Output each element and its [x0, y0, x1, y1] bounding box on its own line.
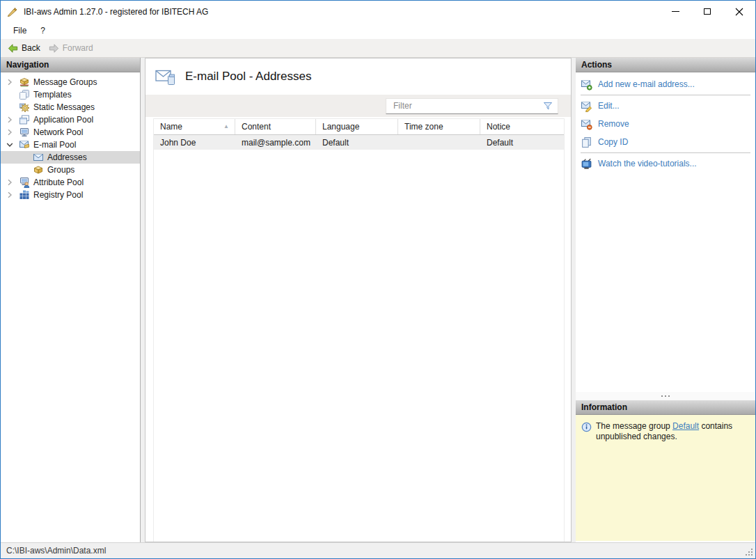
sort-ascending-icon: ▲	[223, 124, 229, 129]
table-cell: Default	[316, 138, 398, 148]
envelope-edit-icon	[581, 100, 592, 112]
sidebar-item-message-groups[interactable]: Message Groups	[1, 76, 140, 88]
close-button[interactable]	[723, 1, 755, 22]
package-icon	[33, 164, 44, 175]
sidebar-item-label: E-mail Pool	[33, 140, 76, 150]
table-cell: John Doe	[154, 138, 235, 148]
app-window: IBI-aws Admin 1.27.0 - registered for IB…	[0, 0, 756, 559]
content-panel: E-mail Pool - Addresses Name▲ContentLang…	[145, 58, 572, 542]
sidebar-item-label: Groups	[47, 165, 74, 175]
sidebar-item-addresses[interactable]: Addresses	[1, 151, 140, 164]
column-header-language[interactable]: Language	[316, 119, 398, 134]
panel-splitter[interactable]	[576, 392, 755, 400]
sidebar-item-static-messages[interactable]: Static Messages	[1, 101, 140, 113]
sidebar-item-label: Static Messages	[33, 102, 95, 112]
actions-header: Actions	[576, 58, 755, 72]
information-panel: The message group Default contains unpub…	[576, 415, 755, 541]
sidebar-item-label: Addresses	[47, 152, 87, 162]
chevron-right-icon[interactable]	[6, 116, 19, 123]
message-group-link[interactable]: Default	[672, 421, 699, 431]
action-label: Watch the video-tutorials...	[598, 159, 697, 168]
table-cell: mail@sample.com	[235, 138, 316, 148]
column-header-time-zone[interactable]: Time zone	[398, 119, 480, 134]
main-area: Navigation Message GroupsTemplatesStatic…	[1, 58, 755, 542]
maximize-icon	[704, 8, 711, 15]
filter-box	[386, 98, 558, 114]
back-button[interactable]: Back	[4, 41, 45, 56]
status-bar: C:\IBI-aws\Admin\Data.xml	[1, 542, 755, 558]
minimize-button[interactable]	[659, 1, 691, 22]
attribute-pool-icon	[19, 177, 30, 188]
sidebar-item-registry-pool[interactable]: Registry Pool	[1, 189, 140, 201]
action-label: Edit...	[598, 101, 620, 111]
back-label: Back	[22, 43, 40, 53]
navigation-header: Navigation	[1, 58, 140, 72]
sidebar-item-label: Attribute Pool	[33, 178, 84, 187]
chevron-down-icon[interactable]	[6, 141, 19, 148]
action-remove[interactable]: Remove	[576, 115, 755, 133]
chevron-right-icon[interactable]	[6, 179, 19, 186]
forward-arrow-icon	[48, 42, 60, 54]
envelope-remove-icon	[581, 118, 592, 130]
actions-list: Add new e-mail address...Edit...RemoveCo…	[576, 72, 755, 392]
forward-label: Forward	[63, 43, 93, 53]
application-pool-icon	[19, 114, 30, 125]
sidebar-item-e-mail-pool[interactable]: E-mail Pool	[1, 139, 140, 151]
menu-help[interactable]: ?	[33, 24, 52, 38]
copy-icon	[581, 136, 592, 148]
back-arrow-icon	[7, 42, 19, 54]
chevron-right-icon[interactable]	[6, 191, 19, 198]
chevron-right-icon[interactable]	[6, 129, 19, 136]
info-text-before: The message group	[596, 421, 672, 431]
window-title: IBI-aws Admin 1.27.0 - registered for IB…	[24, 7, 208, 17]
menu-file[interactable]: File	[6, 24, 33, 38]
column-header-name[interactable]: Name▲	[154, 119, 235, 134]
action-label: Copy ID	[598, 137, 628, 147]
sidebar-item-network-pool[interactable]: Network Pool	[1, 126, 140, 139]
sidebar-item-label: Application Pool	[33, 115, 93, 125]
envelope-icon	[33, 152, 44, 163]
sidebar-item-templates[interactable]: Templates	[1, 88, 140, 101]
minimize-icon	[672, 11, 679, 12]
resize-grip-icon[interactable]	[745, 548, 754, 557]
email-pool-icon	[19, 139, 30, 150]
sidebar-item-label: Registry Pool	[33, 190, 83, 200]
sidebar-item-groups[interactable]: Groups	[1, 164, 140, 176]
action-copy-id[interactable]: Copy ID	[576, 133, 755, 151]
chevron-right-icon[interactable]	[6, 79, 19, 86]
forward-button[interactable]: Forward	[45, 41, 98, 56]
action-edit[interactable]: Edit...	[576, 97, 755, 115]
app-icon	[7, 6, 18, 17]
envelope-page-icon	[155, 68, 177, 86]
menu-bar: File ?	[1, 22, 755, 39]
sidebar-item-application-pool[interactable]: Application Pool	[1, 113, 140, 126]
navigation-tree: Message GroupsTemplatesStatic MessagesAp…	[1, 72, 140, 201]
content-header: E-mail Pool - Addresses	[145, 58, 571, 95]
table-row[interactable]: John Doemail@sample.comDefaultDefault	[154, 135, 564, 150]
sidebar-item-attribute-pool[interactable]: Attribute Pool	[1, 176, 140, 189]
column-header-notice[interactable]: Notice	[480, 119, 564, 134]
table-header-row: Name▲ContentLanguageTime zoneNotice	[154, 118, 564, 135]
action-label: Add new e-mail address...	[598, 79, 695, 89]
right-panel: Actions Add new e-mail address...Edit...…	[576, 58, 755, 542]
actions-separator	[581, 152, 750, 153]
column-header-label: Notice	[487, 122, 510, 132]
addresses-table: Name▲ContentLanguageTime zoneNotice John…	[153, 118, 565, 542]
maximize-button[interactable]	[691, 1, 723, 22]
table-body: John Doemail@sample.comDefaultDefault	[154, 135, 564, 150]
column-header-content[interactable]: Content	[235, 119, 316, 134]
filter-input[interactable]	[386, 101, 542, 111]
column-header-label: Time zone	[404, 122, 443, 132]
action-watch-the-video-tutorials[interactable]: Watch the video-tutorials...	[576, 155, 755, 173]
column-header-label: Content	[242, 122, 271, 132]
action-add-new-e-mail-address[interactable]: Add new e-mail address...	[576, 75, 755, 93]
window-controls	[659, 1, 755, 22]
filter-strip	[145, 95, 571, 117]
close-icon	[735, 8, 743, 16]
sidebar-item-label: Templates	[33, 90, 72, 100]
title-bar: IBI-aws Admin 1.27.0 - registered for IB…	[1, 1, 755, 22]
filter-funnel-icon[interactable]	[542, 100, 553, 111]
column-header-label: Name	[160, 122, 182, 132]
static-messages-icon	[19, 102, 30, 113]
registry-pool-icon	[19, 189, 30, 200]
